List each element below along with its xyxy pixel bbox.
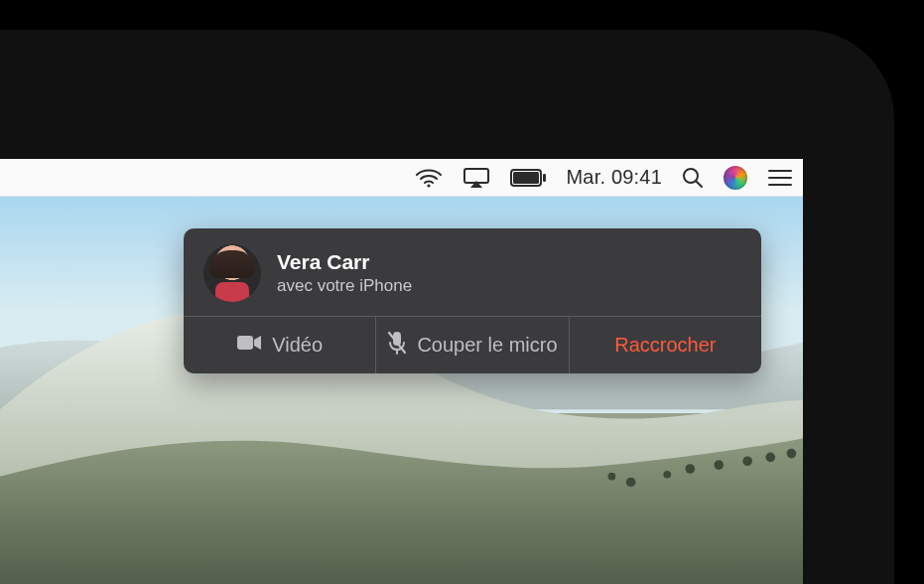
siri-icon[interactable] (724, 166, 747, 190)
svg-point-4 (686, 464, 696, 474)
video-icon (236, 334, 262, 357)
menubar: Mar. 09:41 (0, 159, 803, 197)
svg-rect-13 (543, 174, 546, 182)
svg-point-8 (787, 449, 797, 459)
caller-subtitle: avec votre iPhone (277, 276, 412, 296)
svg-point-6 (742, 456, 752, 466)
battery-icon[interactable] (510, 169, 546, 187)
video-label: Vidéo (272, 334, 323, 357)
mute-label: Couper le micro (417, 334, 557, 357)
svg-line-15 (696, 181, 702, 187)
svg-point-2 (626, 478, 636, 488)
call-header: Vera Carr avec votre iPhone (184, 228, 761, 316)
airplay-icon[interactable] (462, 167, 490, 189)
hangup-button[interactable]: Raccrocher (569, 317, 761, 373)
svg-rect-12 (513, 172, 539, 184)
svg-rect-19 (237, 336, 253, 350)
microphone-off-icon (387, 331, 407, 360)
svg-point-5 (714, 460, 724, 470)
svg-point-7 (765, 453, 775, 463)
svg-rect-10 (464, 169, 488, 183)
search-icon[interactable] (682, 167, 704, 189)
device-frame: Mar. 09:41 Vera Carr avec votre iPhone (0, 30, 894, 584)
svg-point-1 (608, 473, 616, 481)
screen: Mar. 09:41 Vera Carr avec votre iPhone (0, 159, 803, 584)
svg-point-3 (663, 471, 671, 479)
wifi-icon[interactable] (415, 168, 443, 188)
hangup-label: Raccrocher (614, 334, 716, 357)
video-button[interactable]: Vidéo (184, 317, 375, 373)
menubar-clock[interactable]: Mar. 09:41 (566, 166, 662, 189)
call-notification: Vera Carr avec votre iPhone Vidéo Couper… (184, 228, 761, 373)
caller-name: Vera Carr (277, 250, 412, 273)
mute-button[interactable]: Couper le micro (375, 317, 568, 373)
svg-point-9 (428, 184, 431, 187)
notification-center-icon[interactable] (767, 168, 793, 188)
caller-avatar (203, 244, 261, 302)
call-actions: Vidéo Couper le micro Raccrocher (184, 316, 761, 373)
